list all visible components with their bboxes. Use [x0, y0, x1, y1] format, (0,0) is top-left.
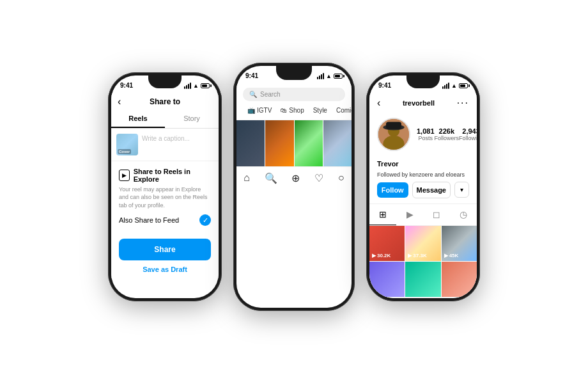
share-explore-desc: Your reel may appear in Explore and can … [119, 186, 211, 210]
phone3-screen: 9:41 ▲ ‹ trevorbell [369, 75, 477, 298]
thumb-4[interactable] [323, 120, 352, 166]
profile-thumb-3[interactable]: ▶45K [442, 226, 477, 261]
share-explore-title: Share to Reels in Explore [134, 168, 211, 183]
search-input-box[interactable]: 🔍 Search [243, 88, 345, 101]
more-options-icon[interactable]: ··· [457, 97, 469, 109]
filter-tab-style[interactable]: Style [309, 105, 332, 116]
home-icon[interactable]: ⌂ [244, 172, 250, 184]
profile-actions: Follow Message ▾ [369, 182, 477, 203]
profile-thumb-4[interactable] [369, 262, 405, 297]
profile-icon[interactable]: ○ [338, 172, 344, 184]
battery-icon-2 [334, 74, 343, 79]
profile-tab-mentions[interactable]: ◷ [450, 204, 477, 225]
time-2: 9:41 [245, 72, 258, 79]
phone2-content: 🔍 Search 📺IGTV 🛍Shop Style Comics TV & M… [236, 84, 352, 189]
stat-posts: 1,081 Posts [417, 127, 435, 141]
dropdown-button[interactable]: ▾ [454, 182, 469, 198]
phone2-screen: 9:41 ▲ 🔍 [236, 66, 352, 308]
following-label: Following [459, 135, 477, 141]
profile-thumb-6[interactable] [442, 262, 477, 297]
message-button[interactable]: Message [412, 182, 451, 198]
profile-stats: 1,081 Posts 226k Followers 2,943 Followi… [417, 127, 477, 141]
search-nav-icon[interactable]: 🔍 [265, 172, 277, 184]
svg-rect-14 [386, 122, 401, 129]
profile-tab-tagged[interactable]: ◻ [423, 204, 450, 225]
profile-username: trevorbell [403, 99, 435, 107]
posts-count: 1,081 [417, 127, 435, 135]
status-icons-1: ▲ [184, 83, 210, 89]
profile-grid: ▶30.2K ▶37.3K ▶45K [369, 226, 477, 298]
filter-tab-comics[interactable]: Comics [332, 105, 352, 116]
scene: 9:41 ▲ ‹ Share to [0, 0, 588, 373]
profile-thumb-2[interactable]: ▶37.3K [405, 226, 440, 261]
phone-share: 9:41 ▲ ‹ Share to [108, 72, 222, 301]
signal-icon-3 [442, 83, 449, 89]
thumb-2[interactable] [265, 120, 293, 166]
profile-tabs: ⊞ ▶ ◻ ◷ [369, 203, 477, 226]
profile-tab-grid[interactable]: ⊞ [369, 204, 396, 225]
battery-icon [201, 83, 210, 88]
phone-profile: 9:41 ▲ ‹ trevorbell [366, 72, 480, 301]
notch-2 [276, 66, 312, 80]
search-icon: 🔍 [249, 91, 257, 98]
reels-icon: ▶ [119, 170, 130, 181]
notch [148, 75, 182, 88]
profile-nav: ‹ trevorbell ··· [369, 93, 477, 113]
follow-button[interactable]: Follow [377, 182, 408, 198]
save-draft-button[interactable]: Save as Draft [119, 266, 211, 273]
battery-icon-3 [459, 83, 468, 88]
phone1-content: ‹ Share to Reels Story Cover Write a cap… [111, 93, 219, 279]
also-share-row: Also Share to Feed ✓ [119, 214, 211, 226]
share-section: ▶ Share to Reels in Explore Your reel ma… [111, 161, 219, 233]
status-icons-3: ▲ [442, 83, 468, 89]
heart-icon[interactable]: ♡ [314, 172, 323, 184]
status-icons-2: ▲ [317, 73, 343, 79]
wifi-icon-2: ▲ [326, 73, 332, 79]
profile-back-button[interactable]: ‹ [377, 97, 380, 109]
followed-by-text: Followed by kenzoere and eloears [369, 171, 477, 182]
search-placeholder: Search [260, 91, 281, 98]
profile-thumb-1[interactable]: ▶30.2K [369, 226, 405, 261]
stat-following[interactable]: 2,943 Following [459, 127, 477, 141]
nav-bar-1: ‹ Share to [111, 93, 219, 110]
cover-thumb: Cover [116, 134, 138, 155]
notch-3 [406, 75, 440, 88]
wifi-icon: ▲ [193, 83, 199, 89]
caption-row: Cover Write a caption... [111, 129, 219, 161]
nav-title-1: Share to [150, 97, 180, 106]
profile-name-row: Trevor [369, 156, 477, 171]
phone1-bottom: Share Save as Draft [111, 232, 219, 278]
thumbnail-grid [236, 120, 352, 166]
tab-story[interactable]: Story [165, 110, 219, 128]
back-button[interactable]: ‹ [118, 96, 121, 107]
time-3: 9:41 [378, 82, 391, 89]
avatar-image [378, 118, 409, 151]
also-share-label: Also Share to Feed [119, 216, 179, 224]
filter-tab-shop[interactable]: 🛍Shop [276, 105, 308, 116]
phone1-screen: 9:41 ▲ ‹ Share to [111, 75, 219, 298]
filter-tabs: 📺IGTV 🛍Shop Style Comics TV & Movie [236, 105, 352, 120]
wifi-icon-3: ▲ [451, 83, 457, 89]
view-count-2: ▶37.3K [408, 253, 426, 258]
phone-explore: 9:41 ▲ 🔍 [233, 63, 355, 311]
bottom-nav-2: ⌂ 🔍 ⊕ ♡ ○ [236, 166, 352, 189]
thumb-1[interactable] [236, 120, 265, 166]
thumb-3[interactable] [295, 120, 323, 166]
filter-tab-igtv[interactable]: 📺IGTV [243, 105, 276, 116]
caption-input[interactable]: Write a caption... [142, 134, 213, 142]
phone3-content: ‹ trevorbell ··· [369, 93, 477, 298]
signal-icon [184, 83, 191, 89]
add-icon[interactable]: ⊕ [291, 172, 300, 184]
view-count-1: ▶30.2K [372, 253, 391, 258]
view-count-3: ▶45K [444, 253, 459, 258]
profile-tab-reels[interactable]: ▶ [396, 204, 423, 225]
profile-header: 1,081 Posts 226k Followers 2,943 Followi… [369, 113, 477, 156]
followers-count: 226k [435, 127, 460, 135]
share-button[interactable]: Share [119, 239, 211, 260]
tab-reels[interactable]: Reels [111, 110, 165, 128]
search-bar-row: 🔍 Search [236, 84, 352, 105]
profile-thumb-5[interactable] [405, 262, 440, 297]
stat-followers[interactable]: 226k Followers [435, 127, 460, 141]
also-share-toggle[interactable]: ✓ [199, 214, 211, 226]
bottom-nav-3: ⌂ 🔍 ⊕ ♡ ○ [369, 297, 477, 298]
